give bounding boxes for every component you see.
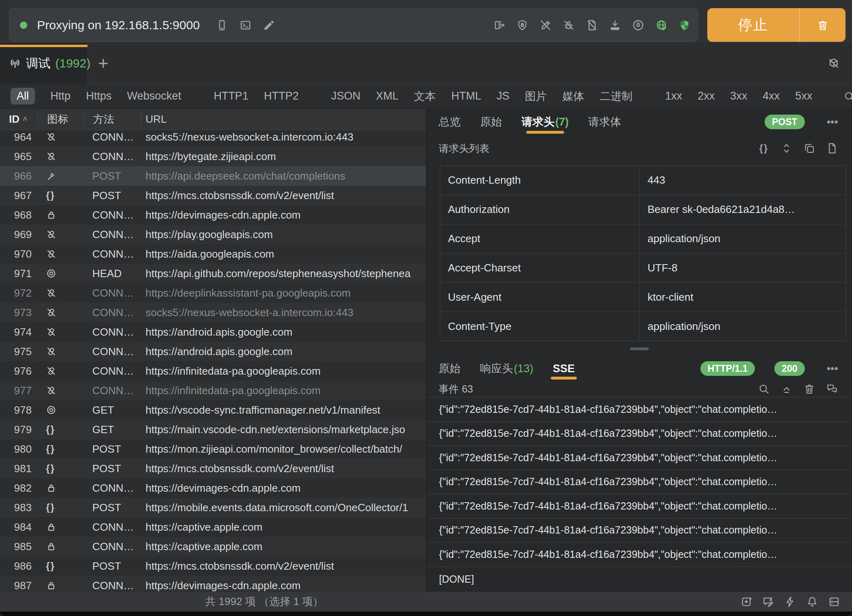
- scroll-top-icon[interactable]: [780, 383, 793, 395]
- rewrite-off-icon[interactable]: [539, 18, 552, 32]
- ssl-shield-icon[interactable]: [678, 18, 691, 32]
- table-row[interactable]: 978GEThttps://vscode-sync.trafficmanager…: [0, 400, 426, 420]
- request-tab-总览[interactable]: 总览: [439, 109, 461, 135]
- script-off-icon[interactable]: [585, 18, 599, 32]
- sort-icon[interactable]: [780, 142, 793, 154]
- breakpoint-off-icon[interactable]: [562, 18, 576, 32]
- header-row[interactable]: Content-Length443: [440, 165, 846, 195]
- search-icon[interactable]: [843, 90, 852, 102]
- network-globe-icon[interactable]: [654, 18, 668, 32]
- terminal-icon[interactable]: [239, 18, 252, 32]
- request-tab-原始[interactable]: 原始: [480, 109, 502, 135]
- table-row[interactable]: 971HEADhttps://api.github.com/repos/step…: [0, 264, 426, 283]
- trash-icon[interactable]: [803, 383, 815, 395]
- panel-splitter[interactable]: [427, 341, 852, 356]
- header-row[interactable]: User-Agentktor-client: [440, 282, 846, 312]
- sse-event-row[interactable]: {"id":"72ed815e-7cd7-44b1-81a4-cf16a7239…: [427, 446, 852, 470]
- table-row[interactable]: 985CONN…https://captive.apple.com: [0, 537, 426, 556]
- table-row[interactable]: 966POSThttps://api.deepseek.com/chat/com…: [0, 166, 426, 186]
- bell-icon[interactable]: [806, 596, 818, 608]
- braces-icon[interactable]: {}: [758, 142, 770, 154]
- mobile-device-icon[interactable]: [215, 18, 229, 32]
- filter-图片[interactable]: 图片: [525, 89, 547, 104]
- filter-2xx[interactable]: 2xx: [698, 90, 715, 102]
- column-header-icon[interactable]: 图标: [38, 113, 84, 126]
- filter-json[interactable]: JSON: [331, 90, 361, 102]
- filter-文本[interactable]: 文本: [414, 89, 436, 104]
- filter-4xx[interactable]: 4xx: [763, 90, 780, 102]
- response-tab-原始[interactable]: 原始: [439, 356, 461, 381]
- filter-1xx[interactable]: 1xx: [665, 90, 682, 102]
- download-icon[interactable]: [608, 18, 622, 32]
- table-row[interactable]: 969CONN…https://play.googleapis.com: [0, 225, 426, 244]
- splitter-handle[interactable]: [630, 347, 649, 350]
- filter-媒体[interactable]: 媒体: [562, 89, 584, 104]
- cube-off-icon[interactable]: [828, 57, 840, 69]
- sse-done-row[interactable]: [DONE]: [427, 567, 852, 592]
- filter-http1[interactable]: HTTP1: [214, 90, 249, 102]
- column-header-method[interactable]: 方法: [84, 113, 141, 126]
- filter-all[interactable]: All: [11, 88, 35, 104]
- feedback-icon[interactable]: [762, 596, 774, 608]
- request-tab-请求头[interactable]: 请求头(7): [522, 109, 569, 135]
- filter-https[interactable]: Https: [86, 90, 112, 102]
- sse-event-row[interactable]: {"id":"72ed815e-7cd7-44b1-81a4-cf16a7239…: [427, 542, 852, 567]
- table-row[interactable]: 987CONN…https://devimages-cdn.apple.com: [0, 576, 426, 591]
- certificate-shield-icon[interactable]: [515, 18, 529, 32]
- table-row[interactable]: 979{}GEThttps://main.vscode-cdn.net/exte…: [0, 420, 426, 439]
- throttle-icon[interactable]: [631, 18, 645, 32]
- device-disconnect-icon[interactable]: [492, 18, 506, 32]
- table-row[interactable]: 980{}POSThttps://mon.zijieapi.com/monito…: [0, 439, 426, 459]
- table-row[interactable]: 973CONN…socks5://nexus-websocket-a.inter…: [0, 303, 426, 322]
- table-row[interactable]: 983{}POSThttps://mobile.events.data.micr…: [0, 498, 426, 517]
- header-row[interactable]: Accept-CharsetUTF-8: [440, 253, 846, 282]
- response-tab-SSE[interactable]: SSE: [553, 356, 575, 381]
- filter-5xx[interactable]: 5xx: [795, 90, 812, 102]
- sse-event-row[interactable]: {"id":"72ed815e-7cd7-44b1-81a4-cf16a7239…: [427, 494, 852, 518]
- sse-event-row[interactable]: {"id":"72ed815e-7cd7-44b1-81a4-cf16a7239…: [427, 397, 852, 422]
- filter-xml[interactable]: XML: [376, 90, 399, 102]
- table-row[interactable]: 977CONN…https://infinitedata-pa.googleap…: [0, 381, 426, 400]
- table-row[interactable]: 965CONN…https://bytegate.zijieapi.com: [0, 147, 426, 166]
- server-icon[interactable]: [828, 596, 840, 608]
- sse-event-row[interactable]: {"id":"72ed815e-7cd7-44b1-81a4-cf16a7239…: [427, 422, 852, 446]
- edit-icon[interactable]: [262, 18, 276, 32]
- sse-event-row[interactable]: {"id":"72ed815e-7cd7-44b1-81a4-cf16a7239…: [427, 470, 852, 495]
- column-header-id[interactable]: ID^: [0, 113, 38, 126]
- table-row[interactable]: 967{}POSThttps://mcs.ctobsnssdk.com/v2/e…: [0, 186, 426, 205]
- clear-trash-icon[interactable]: [800, 19, 845, 31]
- tab-debug[interactable]: 调试 (1992): [0, 43, 88, 84]
- bolt-icon[interactable]: [784, 596, 796, 608]
- column-header-url[interactable]: URL: [141, 113, 426, 126]
- table-row[interactable]: 986{}POSThttps://mcs.ctobsnssdk.com/v2/e…: [0, 556, 426, 576]
- response-tab-响应头[interactable]: 响应头(13): [480, 356, 533, 381]
- table-row[interactable]: 984CONN…https://captive.apple.com: [0, 517, 426, 537]
- bubbles-icon[interactable]: [826, 383, 838, 395]
- header-row[interactable]: Content-Typeapplication/json: [440, 312, 846, 341]
- copy-icon[interactable]: [803, 142, 815, 154]
- filter-3xx[interactable]: 3xx: [730, 90, 747, 102]
- table-row[interactable]: 976CONN…https://infinitedata-pa.googleap…: [0, 361, 426, 381]
- table-row[interactable]: 972CONN…https://deeplinkassistant-pa.goo…: [0, 283, 426, 303]
- header-row[interactable]: Acceptapplication/json: [440, 224, 846, 253]
- add-tab-button[interactable]: [88, 43, 119, 84]
- table-row[interactable]: 970CONN…https://aida.googleapis.com: [0, 244, 426, 264]
- filter-websocket[interactable]: Websocket: [127, 90, 181, 102]
- sse-event-row[interactable]: {"id":"72ed815e-7cd7-44b1-81a4-cf16a7239…: [427, 518, 852, 543]
- request-menu-button[interactable]: •••: [827, 116, 838, 128]
- table-row[interactable]: 968CONN…https://devimages-cdn.apple.com: [0, 205, 426, 225]
- header-row[interactable]: AuthorizationBearer sk-0eda6621a21d4a8…: [440, 195, 846, 224]
- filter-二进制[interactable]: 二进制: [600, 89, 632, 104]
- table-row[interactable]: 982CONN…https://devimages-cdn.apple.com: [0, 478, 426, 498]
- table-row[interactable]: 975CONN…https://android.apis.google.com: [0, 342, 426, 361]
- response-menu-button[interactable]: •••: [827, 362, 838, 375]
- device-install-icon[interactable]: [740, 596, 752, 608]
- filter-html[interactable]: HTML: [451, 90, 481, 102]
- search-icon[interactable]: [758, 383, 770, 395]
- table-row[interactable]: 981{}POSThttps://mcs.ctobsnssdk.com/v2/e…: [0, 459, 426, 478]
- file-icon[interactable]: [826, 142, 838, 154]
- table-row[interactable]: 974CONN…https://android.apis.google.com: [0, 322, 426, 342]
- stop-button[interactable]: 停止: [707, 8, 845, 42]
- filter-js[interactable]: JS: [497, 90, 510, 102]
- table-row[interactable]: 964CONN…socks5://nexus-websocket-a.inter…: [0, 130, 426, 147]
